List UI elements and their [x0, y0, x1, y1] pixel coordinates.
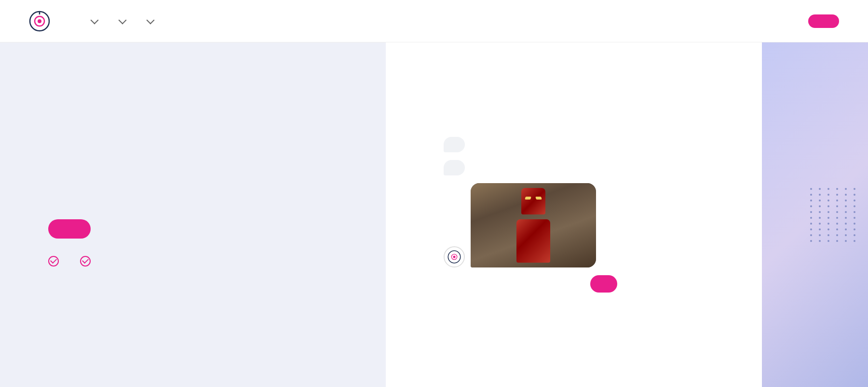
- ironman-body: [516, 219, 550, 263]
- no-coding-badge: [80, 256, 95, 267]
- check-circle-icon-1: [48, 256, 59, 267]
- landbot-avatar: [444, 246, 465, 267]
- chat-bubble-2: [444, 160, 465, 175]
- ironman-eye-right: [535, 197, 542, 200]
- svg-point-6: [453, 255, 455, 258]
- hero-cta-button[interactable]: [48, 219, 91, 239]
- navbar-left: [29, 11, 173, 32]
- landbot-logo-icon[interactable]: [29, 11, 50, 32]
- chat-image-row: [444, 183, 617, 267]
- hero-section: // Generate dots const dp = document.que…: [0, 42, 868, 387]
- chat-bubble-1: [444, 137, 465, 152]
- chat-image-bubble: [471, 183, 596, 267]
- nav-try-free-button[interactable]: [808, 14, 839, 28]
- nav-templates[interactable]: [117, 19, 125, 23]
- nav-product[interactable]: [89, 19, 97, 23]
- ironman-figure: [504, 188, 562, 263]
- hero-badges: [48, 256, 347, 267]
- chat-reply-button[interactable]: [590, 275, 617, 293]
- check-circle-icon-2: [80, 256, 91, 267]
- navbar-right: [797, 14, 839, 28]
- hero-right: // Generate dots const dp = document.que…: [386, 42, 868, 387]
- hero-left: [0, 42, 386, 387]
- main-nav: [89, 19, 173, 23]
- product-chevron-icon: [91, 16, 99, 24]
- navbar: [0, 0, 868, 42]
- dots-pattern: // Generate dots const dp = document.que…: [810, 188, 858, 242]
- resources-chevron-icon: [147, 16, 155, 24]
- templates-chevron-icon: [119, 16, 127, 24]
- ironman-eye-left: [525, 197, 531, 200]
- nav-resources[interactable]: [145, 19, 153, 23]
- chat-image-inner: [471, 183, 596, 267]
- chat-demo: [444, 137, 617, 293]
- svg-point-2: [38, 19, 41, 23]
- no-credit-card-badge: [48, 256, 63, 267]
- ironman-head: [521, 188, 545, 214]
